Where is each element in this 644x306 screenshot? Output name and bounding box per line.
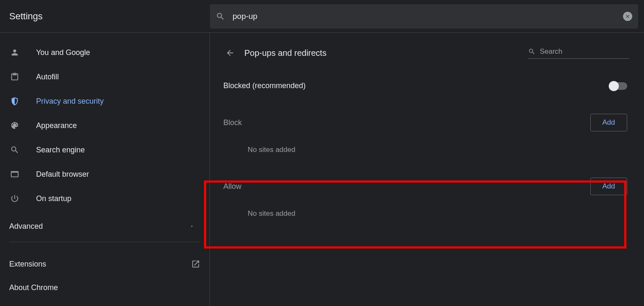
sidebar-item-search-engine[interactable]: Search engine [0, 138, 209, 162]
block-section-header: Block Add [222, 114, 629, 131]
settings-header: Settings [0, 0, 644, 33]
content-area: Pop-ups and redirects Blocked (recommend… [210, 33, 644, 306]
content-search-box[interactable] [528, 47, 629, 59]
block-add-button[interactable]: Add [590, 114, 627, 131]
global-search-input[interactable] [225, 12, 623, 21]
chevron-down-icon [189, 224, 194, 229]
sidebar-item-label: You and Google [36, 48, 90, 57]
sidebar-item-label: Default browser [36, 170, 89, 179]
back-button[interactable] [222, 44, 238, 61]
allow-section-title: Allow [223, 182, 241, 191]
palette-icon [10, 121, 19, 130]
allow-section-header: Allow Add [222, 178, 629, 195]
sidebar-item-autofill[interactable]: Autofill [0, 65, 209, 89]
clipboard-icon [10, 72, 19, 81]
allow-empty-message: No sites added [222, 209, 629, 218]
page-title: Pop-ups and redirects [244, 48, 327, 58]
sidebar-extensions-link[interactable]: Extensions [9, 252, 200, 276]
browser-icon [10, 170, 19, 179]
close-icon [625, 13, 631, 19]
block-empty-message: No sites added [222, 146, 629, 154]
about-label: About Chrome [9, 283, 58, 292]
sidebar-item-label: Autofill [36, 73, 59, 81]
sidebar-item-on-startup[interactable]: On startup [0, 186, 209, 211]
search-icon [216, 12, 225, 21]
content-search-input[interactable] [540, 47, 629, 56]
sidebar-item-you-and-google[interactable]: You and Google [0, 40, 209, 65]
global-search-box[interactable] [210, 4, 638, 29]
person-icon [10, 48, 19, 57]
clear-search-button[interactable] [623, 12, 632, 21]
sidebar-item-label: Privacy and security [36, 97, 104, 106]
blocked-toggle[interactable] [610, 82, 627, 90]
content-header: Pop-ups and redirects [222, 44, 629, 61]
shield-icon [10, 97, 19, 106]
sidebar-item-label: Search engine [36, 146, 85, 154]
blocked-toggle-label: Blocked (recommended) [223, 81, 306, 90]
open-new-icon [191, 259, 200, 269]
sidebar-advanced-toggle[interactable]: Advanced [0, 214, 209, 238]
search-icon [528, 47, 536, 56]
blocked-toggle-row: Blocked (recommended) [222, 81, 629, 90]
settings-title: Settings [0, 11, 210, 22]
sidebar-footer: Extensions About Chrome [9, 242, 200, 299]
toggle-knob [609, 81, 619, 91]
search-icon [10, 145, 19, 154]
advanced-label: Advanced [9, 222, 43, 231]
sidebar-item-label: On startup [36, 194, 71, 203]
sidebar-item-default-browser[interactable]: Default browser [0, 162, 209, 186]
sidebar-item-appearance[interactable]: Appearance [0, 113, 209, 138]
power-icon [10, 194, 19, 203]
sidebar-item-privacy-security[interactable]: Privacy and security [0, 89, 209, 113]
allow-add-button[interactable]: Add [590, 178, 627, 195]
block-section-title: Block [223, 118, 242, 127]
extensions-label: Extensions [9, 260, 46, 269]
sidebar: You and Google Autofill Privacy and secu… [0, 33, 210, 306]
arrow-back-icon [225, 48, 235, 58]
sidebar-item-label: Appearance [36, 121, 77, 130]
sidebar-about-link[interactable]: About Chrome [9, 276, 200, 299]
